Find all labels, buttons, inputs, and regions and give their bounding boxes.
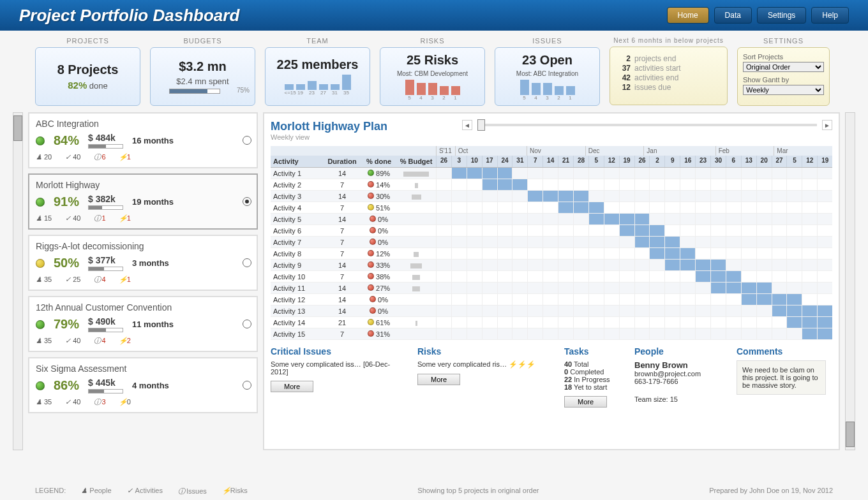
project-radio[interactable] bbox=[243, 320, 251, 328]
gantt-row: Activity 1421 61% bbox=[271, 317, 832, 328]
section-people: People Benny Brown brownb@project.com 66… bbox=[634, 346, 724, 408]
card-projects[interactable]: 8 Projects 82% done bbox=[35, 47, 140, 106]
risks-count: 25 Risks bbox=[385, 53, 479, 68]
project-radio[interactable] bbox=[243, 258, 251, 267]
project-card[interactable]: Morlott Highway 91% $ 382k 19 months ♟15… bbox=[28, 173, 258, 230]
status-dot bbox=[36, 198, 45, 207]
scrollbar-right[interactable] bbox=[845, 112, 855, 450]
check-icon: ✓ bbox=[64, 153, 71, 161]
timeline-next[interactable]: ► bbox=[822, 120, 832, 130]
people-name: Benny Brown bbox=[634, 360, 724, 370]
gantt-row: Activity 314 30% bbox=[271, 191, 832, 202]
section-issues: Critical Issues Some very complicated is… bbox=[271, 346, 405, 408]
project-pct: 84% bbox=[54, 133, 79, 148]
card-issues[interactable]: 23 Open Most: ABC Integration 54321 bbox=[495, 47, 600, 106]
project-duration: 4 months bbox=[132, 381, 169, 390]
gantt-select[interactable]: Weekly bbox=[743, 85, 824, 95]
gantt-row: Activity 914 33% bbox=[271, 260, 832, 271]
card-label: BUDGETS bbox=[183, 37, 221, 45]
bolt-icon: ⚡ bbox=[119, 276, 125, 284]
info-icon: ⓘ bbox=[94, 397, 100, 407]
gantt-row: Activity 27 14% bbox=[271, 179, 832, 191]
sort-select[interactable]: Original Order bbox=[743, 62, 824, 72]
project-card[interactable]: 12th Annual Customer Convention 79% $ 49… bbox=[28, 296, 258, 352]
gantt-row: Activity 47 51% bbox=[271, 202, 832, 214]
project-card[interactable]: ABC Integration 84% $ 484k 16 months ♟20… bbox=[28, 112, 258, 168]
gantt-row: Activity 1114 27% bbox=[271, 283, 832, 294]
nav-data[interactable]: Data bbox=[714, 7, 752, 24]
check-icon: ✓ bbox=[127, 487, 133, 495]
project-budget: $ 445k bbox=[88, 378, 123, 388]
gantt-row: Activity 1214 0% bbox=[271, 294, 832, 305]
project-budget: $ 484k bbox=[88, 133, 123, 143]
nav: Home Data Settings Help bbox=[667, 7, 849, 24]
project-pct: 79% bbox=[54, 317, 79, 332]
legend-right: Prepared by John Doe on 19, Nov 2012 bbox=[709, 487, 833, 496]
bolt-icon: ⚡ bbox=[119, 337, 125, 345]
project-list: ABC Integration 84% $ 484k 16 months ♟20… bbox=[28, 112, 258, 450]
budgets-spent: $2.4 mn spent bbox=[156, 77, 250, 86]
timeline-prev[interactable]: ◄ bbox=[462, 120, 472, 130]
people-icon: ♟ bbox=[36, 214, 42, 223]
card-label: TEAM bbox=[306, 37, 329, 45]
nav-home[interactable]: Home bbox=[667, 7, 709, 24]
project-name: ABC Integration bbox=[36, 119, 250, 129]
card-label: PROJECTS bbox=[66, 37, 109, 45]
more-issues[interactable]: More bbox=[271, 381, 313, 392]
col-duration: Duration bbox=[323, 156, 361, 167]
check-icon: ✓ bbox=[64, 337, 71, 345]
sort-label: Sort Projects bbox=[743, 53, 783, 61]
page-title: Project Portfolio Dashboard bbox=[19, 6, 239, 26]
timeline-slider[interactable] bbox=[477, 124, 817, 126]
status-dot bbox=[36, 259, 45, 268]
projects-count: 8 Projects bbox=[41, 62, 135, 77]
gantt-label: Show Gantt by bbox=[743, 76, 789, 84]
check-icon: ✓ bbox=[64, 398, 71, 406]
gantt-row: Activity 87 12% bbox=[271, 248, 832, 260]
section-tasks: Tasks 40 Total0 Completed22 In Progress1… bbox=[564, 346, 622, 408]
card-forecast: 2projects end37activities start42activit… bbox=[610, 47, 728, 105]
issues-count: 23 Open bbox=[500, 53, 594, 68]
gantt-row: Activity 514 0% bbox=[271, 214, 832, 225]
card-label: RISKS bbox=[420, 37, 444, 45]
project-card[interactable]: Six Sigma Assessment 86% $ 445k 4 months… bbox=[28, 357, 258, 413]
card-budgets[interactable]: $3.2 mn $2.4 mn spent 75% bbox=[150, 47, 255, 106]
bolt-icon: ⚡ bbox=[119, 153, 125, 161]
project-budget: $ 382k bbox=[88, 194, 123, 204]
project-duration: 16 months bbox=[132, 136, 174, 145]
project-name: 12th Annual Customer Convention bbox=[36, 302, 250, 312]
people-phone: 663-179-7666 bbox=[634, 378, 724, 385]
nav-help[interactable]: Help bbox=[811, 7, 849, 24]
people-email: brownb@project.com bbox=[634, 370, 724, 378]
section-comments: Comments We need to be clam on this proj… bbox=[737, 346, 826, 408]
budgets-total: $3.2 mn bbox=[156, 59, 250, 74]
people-team: Team size: 15 bbox=[634, 395, 724, 403]
people-icon: ♟ bbox=[36, 276, 42, 284]
gantt-row: Activity 77 0% bbox=[271, 237, 832, 248]
more-risks[interactable]: More bbox=[417, 374, 460, 385]
project-duration: 3 months bbox=[132, 258, 169, 268]
project-card[interactable]: Riggs-A-lot decomissioning 50% $ 377k 3 … bbox=[28, 235, 258, 291]
project-duration: 11 months bbox=[132, 320, 174, 329]
gantt-row: Activity 114 89% bbox=[271, 168, 832, 179]
gantt-row: Activity 67 0% bbox=[271, 225, 832, 237]
more-tasks[interactable]: More bbox=[564, 396, 607, 408]
project-name: Riggs-A-lot decomissioning bbox=[36, 241, 250, 251]
project-budget: $ 377k bbox=[88, 255, 123, 265]
project-radio[interactable] bbox=[243, 381, 251, 390]
card-risks[interactable]: 25 Risks Most: CBM Development 54321 bbox=[380, 47, 485, 106]
gantt-row: Activity 1314 0% bbox=[271, 305, 832, 317]
project-radio[interactable] bbox=[243, 136, 251, 145]
card-team[interactable]: 225 members <=151923273135 bbox=[265, 47, 370, 106]
project-name: Morlott Highway bbox=[36, 180, 250, 190]
project-radio[interactable] bbox=[243, 197, 251, 206]
scrollbar-left[interactable] bbox=[13, 112, 23, 450]
forecast-label: Next 6 monhts in below projects bbox=[613, 37, 724, 44]
legend: LEGEND: ♟People ✓Activities ⓘIssues ⚡Ris… bbox=[0, 487, 868, 496]
col-activity: Activity bbox=[271, 156, 323, 167]
status-dot bbox=[36, 320, 45, 329]
nav-settings[interactable]: Settings bbox=[757, 7, 806, 24]
card-label: ISSUES bbox=[532, 37, 562, 45]
info-icon: ⓘ bbox=[94, 152, 100, 162]
project-budget: $ 490k bbox=[88, 316, 123, 327]
